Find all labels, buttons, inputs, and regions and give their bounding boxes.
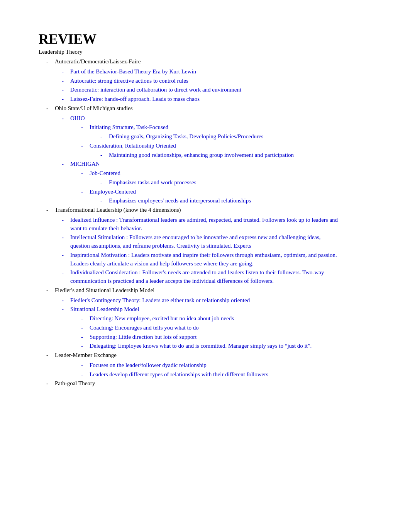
list-item: - Laissez-Faire: hands-off approach. Lea…	[39, 95, 379, 104]
dash-icon: -	[62, 95, 69, 104]
item-text: Autocratic/Democratic/Laissez-Faire	[55, 58, 379, 66]
item-text: Transformational Leadership (know the 4 …	[55, 206, 379, 214]
item-text: Autocratic: strong directive actions to …	[70, 77, 379, 85]
item-text: Maintaining good relationships, enhancin…	[109, 151, 379, 160]
item-text: Ohio State/U of Michigan studies	[55, 104, 379, 113]
label-text: Individualized Consideration	[70, 269, 138, 275]
item-text: OHIO	[70, 114, 379, 123]
dash-icon: -	[62, 269, 69, 277]
dash-icon: -	[81, 123, 88, 132]
item-text: Fiedler's and Situational Leadership Mod…	[55, 286, 379, 295]
dash-icon: -	[62, 216, 69, 224]
list-item: - Ohio State/U of Michigan studies	[39, 104, 379, 113]
dash-icon: -	[46, 104, 53, 113]
item-text: Idealized Influence : Transformational l…	[70, 216, 341, 233]
list-item: - Transformational Leadership (know the …	[39, 206, 379, 214]
list-item: - Initiating Structure, Task-Focused	[39, 123, 379, 132]
section-header: Leadership Theory	[39, 49, 379, 55]
list-item: - Consideration, Relationship Oriented	[39, 142, 379, 150]
item-text: Fiedler's Contingency Theory: Leaders ar…	[70, 296, 341, 305]
item-text: Intellectual Stimulation : Followers are…	[70, 233, 341, 250]
item-text: MICHIGAN	[70, 160, 379, 168]
list-item: - Situational Leadership Model	[39, 305, 379, 314]
dash-icon: -	[81, 188, 88, 196]
item-text: Coaching: Encourages and tells you what …	[90, 324, 379, 332]
label-text: Idealized Influence	[70, 217, 115, 223]
item-text: Individualized Consideration : Follower'…	[70, 269, 341, 286]
dash-icon: -	[62, 296, 69, 305]
list-item: - Maintaining good relationships, enhanc…	[39, 151, 379, 160]
dash-icon: -	[46, 351, 53, 360]
label-text: Inspirational Motivation	[70, 252, 127, 258]
item-text: Supporting: Little direction but lots of…	[90, 333, 379, 342]
list-item: - Part of the Behavior-Based Theory Era …	[39, 68, 379, 76]
dash-icon: -	[81, 314, 88, 323]
item-text: Path-goal Theory	[55, 379, 379, 388]
item-text: Inspirational Motivation : Leaders motiv…	[70, 251, 341, 268]
item-text: Defining goals, Organizing Tasks, Develo…	[109, 133, 379, 141]
list-item: - Intellectual Stimulation : Followers a…	[39, 233, 379, 250]
list-item: - Supporting: Little direction but lots …	[39, 333, 379, 342]
list-item: - Path-goal Theory	[39, 379, 379, 388]
list-item: - Fiedler's Contingency Theory: Leaders …	[39, 296, 379, 305]
item-text: Situational Leadership Model	[70, 305, 379, 314]
dash-icon: -	[81, 361, 88, 370]
list-item: - Emphasizes employees' needs and interp…	[39, 197, 379, 205]
dash-icon: -	[100, 151, 107, 160]
page-title: REVIEW	[39, 31, 379, 47]
list-item: - Defining goals, Organizing Tasks, Deve…	[39, 133, 379, 141]
item-text: Employee-Centered	[90, 188, 379, 196]
item-text: Focuses on the leader/follower dyadic re…	[90, 361, 379, 370]
item-text: Emphasizes employees' needs and interper…	[109, 197, 379, 205]
list-item: - Leaders develop different types of rel…	[39, 371, 379, 379]
list-item: - Fiedler's and Situational Leadership M…	[39, 286, 379, 295]
item-text: Leaders develop different types of relat…	[90, 371, 360, 379]
list-item: - Coaching: Encourages and tells you wha…	[39, 324, 379, 332]
list-item: - Focuses on the leader/follower dyadic …	[39, 361, 379, 370]
list-item: - Job-Centered	[39, 169, 379, 178]
list-item: - Inspirational Motivation : Leaders mot…	[39, 251, 379, 268]
dash-icon: -	[81, 342, 88, 350]
dash-icon: -	[81, 324, 88, 332]
list-item: - Individualized Consideration : Followe…	[39, 269, 379, 286]
list-item: - Emphasizes tasks and work processes	[39, 178, 379, 187]
dash-icon: -	[62, 160, 69, 168]
list-item: - Autocratic/Democratic/Laissez-Faire	[39, 58, 379, 66]
dash-icon: -	[62, 251, 69, 260]
dash-icon: -	[62, 68, 69, 76]
item-text: Job-Centered	[90, 169, 379, 178]
list-item: - Directing: New employee, excited but n…	[39, 314, 379, 323]
list-item: - OHIO	[39, 114, 379, 123]
dash-icon: -	[62, 114, 69, 123]
dash-icon: -	[46, 206, 53, 214]
item-text: Leader-Member Exchange	[55, 351, 379, 360]
label-text: Intellectual Stimulation	[70, 234, 125, 240]
dash-icon: -	[81, 169, 88, 178]
dash-icon: -	[100, 178, 107, 187]
dash-icon: -	[62, 305, 69, 314]
item-text: Part of the Behavior-Based Theory Era by…	[70, 68, 379, 76]
dash-icon: -	[62, 86, 69, 94]
list-item: - Idealized Influence : Transformational…	[39, 216, 379, 233]
dash-icon: -	[100, 197, 107, 205]
item-text: Democratic: interaction and collaboratio…	[70, 86, 379, 94]
item-text: Laissez-Faire: hands-off approach. Leads…	[70, 95, 379, 104]
dash-icon: -	[46, 379, 53, 388]
dash-icon: -	[46, 286, 53, 295]
outline-list: - Autocratic/Democratic/Laissez-Faire - …	[39, 58, 379, 388]
dash-icon: -	[81, 142, 88, 150]
dash-icon: -	[100, 133, 107, 141]
item-text: Consideration, Relationship Oriented	[90, 142, 379, 150]
dash-icon: -	[62, 233, 69, 242]
list-item: - Autocratic: strong directive actions t…	[39, 77, 379, 85]
list-item: - MICHIGAN	[39, 160, 379, 168]
dash-icon: -	[81, 333, 88, 342]
dash-icon: -	[46, 58, 53, 66]
item-text: Directing: New employee, excited but no …	[90, 314, 379, 323]
list-item: - Democratic: interaction and collaborat…	[39, 86, 379, 94]
list-item: - Delegating: Employee knows what to do …	[39, 342, 379, 350]
list-item: - Leader-Member Exchange	[39, 351, 379, 360]
item-text: Initiating Structure, Task-Focused	[90, 123, 379, 132]
dash-icon: -	[62, 77, 69, 85]
item-text: Delegating: Employee knows what to do an…	[90, 342, 360, 350]
